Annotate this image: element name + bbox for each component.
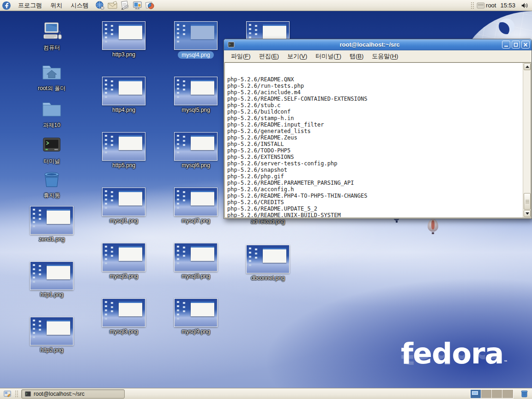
desktop-icon-dbconnet.png[interactable]: dbconnet.png (246, 245, 290, 281)
word-processor-launcher-icon[interactable] (120, 0, 130, 11)
terminal-output-line: php-5.2.6/server-tests-config.php (227, 160, 523, 167)
icon-label: mysql3.png (109, 328, 138, 335)
workspace-switcher (470, 389, 514, 399)
trash-applet-icon[interactable] (518, 389, 530, 399)
close-button[interactable] (521, 41, 530, 48)
icon-label: 휴지통 (43, 192, 60, 200)
desktop-icon-mysql3.png[interactable]: mysql3.png (102, 298, 146, 335)
selection-tint (174, 21, 218, 50)
terminal-output-line: php-5.2.6/README.input_filter (227, 121, 523, 128)
icon-label: http2.png (40, 347, 63, 353)
icon-label: mysql2.png (109, 273, 138, 279)
icon-label: root의 폴더 (38, 85, 66, 92)
minimize-button[interactable] (502, 41, 510, 48)
workspace-1[interactable] (471, 390, 481, 398)
scroll-down-button[interactable] (524, 210, 531, 217)
thumbnail-preview (102, 77, 145, 105)
panel-menu-item[interactable]: 프로그램 (14, 1, 46, 10)
home-folder-icon (41, 62, 62, 83)
thumbnail-preview (102, 187, 145, 216)
icon-label: http5.png (112, 162, 135, 169)
thumbnail-preview (174, 243, 218, 272)
volume-icon[interactable] (520, 0, 530, 11)
icon-label: zend1.png (39, 236, 65, 242)
terminal-output-line: php-5.2.6/README.QNX (227, 76, 523, 83)
desktop-icon-mysql6.png[interactable]: mysql6.png (174, 132, 218, 169)
scroll-up-button[interactable] (524, 63, 531, 70)
trash-icon (41, 169, 62, 190)
window-controls (502, 41, 530, 48)
panel-grip[interactable] (471, 2, 474, 9)
thumbnail-preview (30, 261, 73, 290)
terminal-menu-V[interactable]: 보기(V) (283, 51, 311, 62)
panel-menu-item[interactable]: 시스템 (66, 1, 93, 10)
terminal-output-line: php-5.2.6/EXTENSIONS (227, 154, 523, 160)
icon-label: 과제10 (43, 121, 60, 129)
taskbar-grip[interactable] (15, 390, 18, 398)
thumbnail-preview (174, 77, 218, 105)
terminal-output-line: php-5.2.6/acinclude.m4 (227, 89, 523, 96)
show-desktop-button[interactable] (1, 389, 13, 399)
desktop-icon-휴지통[interactable]: 휴지통 (30, 169, 74, 200)
thumbnail-preview (30, 206, 73, 235)
taskbar-window-button[interactable]: root@localhost:~/src (21, 389, 125, 399)
terminal-menu-F[interactable]: 파일(F) (227, 51, 255, 62)
maximize-button[interactable] (512, 41, 520, 48)
desktop-icon-http2.png[interactable]: http2.png (30, 317, 74, 353)
terminal-window: root@localhost:~/src 파일(F)편집(E)보기(V)터미널(… (224, 39, 532, 219)
web-browser-launcher-icon[interactable] (95, 0, 105, 11)
terminal-menu-H[interactable]: 도움말(H) (368, 51, 402, 62)
terminal-menu-T[interactable]: 터미널(T) (311, 51, 345, 62)
notification-tray-icon[interactable] (476, 0, 486, 11)
icon-label: 컴퓨터 (43, 44, 60, 52)
terminal-titlebar[interactable]: root@localhost:~/src (224, 39, 532, 50)
icon-label: 터미널 (43, 157, 60, 165)
workspace-2[interactable] (481, 390, 492, 398)
desktop-icon-과제10[interactable]: 과제10 (30, 99, 74, 129)
desktop-icon-root의 폴더[interactable]: root의 폴더 (30, 62, 74, 92)
desktop-icon-http3.png[interactable]: http3.png (102, 21, 146, 58)
desktop[interactable]: fedora™ fedora 컴퓨터root의 폴더과제10터미널휴지통zend… (0, 11, 532, 388)
username-label: root (486, 2, 496, 9)
terminal-menubar: 파일(F)편집(E)보기(V)터미널(T)탭(B)도움말(H) (224, 50, 532, 62)
terminal-output-line: php-5.2.6/TODO-PHP5 (227, 147, 523, 154)
desktop-icon-mysql8.png[interactable]: mysql8.png (174, 243, 218, 279)
workspace-4[interactable] (502, 390, 513, 398)
desktop-icon-터미널[interactable]: 터미널 (30, 135, 74, 165)
desktop-icon-mysql2.png[interactable]: mysql2.png (102, 243, 146, 279)
desktop-icon-zend1.png[interactable]: zend1.png (30, 206, 74, 242)
icon-label: http3.png (112, 51, 135, 58)
terminal-output-line: php-5.2.6/README.PHP4-TO-PHP5-THIN-CHANG… (227, 193, 523, 199)
desktop-icon-mysql5.png[interactable]: mysql5.png (174, 77, 218, 113)
terminal-scrollbar[interactable] (523, 63, 531, 218)
email-launcher-icon[interactable] (107, 0, 117, 11)
thumbnail-preview (102, 243, 145, 272)
terminal-output-line: php-5.2.6/INSTALL (227, 141, 523, 147)
desktop-icon-mysql7.png[interactable]: mysql7.png (174, 187, 218, 224)
terminal-output-line: php-5.2.6/README.Zeus (227, 134, 523, 141)
thumbnail-preview (102, 298, 145, 327)
icon-label: http4.png (112, 107, 135, 113)
spreadsheet-launcher-icon[interactable] (145, 0, 155, 11)
presentation-launcher-icon[interactable] (132, 0, 142, 11)
icon-label: dbconnet.png (251, 275, 285, 281)
desktop-icon-mysql1.png[interactable]: mysql1.png (102, 187, 146, 224)
workspace-3[interactable] (492, 390, 502, 398)
desktop-icon-http4.png[interactable]: http4.png (102, 77, 146, 113)
panel-menu-item[interactable]: 위치 (46, 1, 66, 10)
terminal-menu-B[interactable]: 탭(B) (345, 51, 368, 62)
panel-tray: root 15:53 (486, 0, 532, 11)
desktop-icon-http5.png[interactable]: http5.png (102, 132, 146, 169)
scrollbar-thumb[interactable] (524, 193, 531, 210)
terminal-content-area[interactable]: php-5.2.6/README.QNXphp-5.2.6/run-tests.… (224, 62, 531, 218)
terminal-output-line: php-5.2.6/CREDITS (227, 199, 523, 206)
clock[interactable]: 15:53 (500, 2, 515, 9)
fedora-logo-icon[interactable] (2, 1, 11, 10)
desktop-icon-http1.png[interactable]: http1.png (30, 261, 74, 298)
desktop-icon-mysql9.png[interactable]: mysql9.png (174, 298, 218, 335)
icon-label: http1.png (40, 291, 63, 298)
icon-label: mysql8.png (181, 273, 210, 279)
desktop-icon-mysql4.png[interactable]: mysql4.png (174, 21, 218, 59)
terminal-menu-E[interactable]: 편집(E) (255, 51, 283, 62)
desktop-icon-컴퓨터[interactable]: 컴퓨터 (30, 21, 74, 52)
